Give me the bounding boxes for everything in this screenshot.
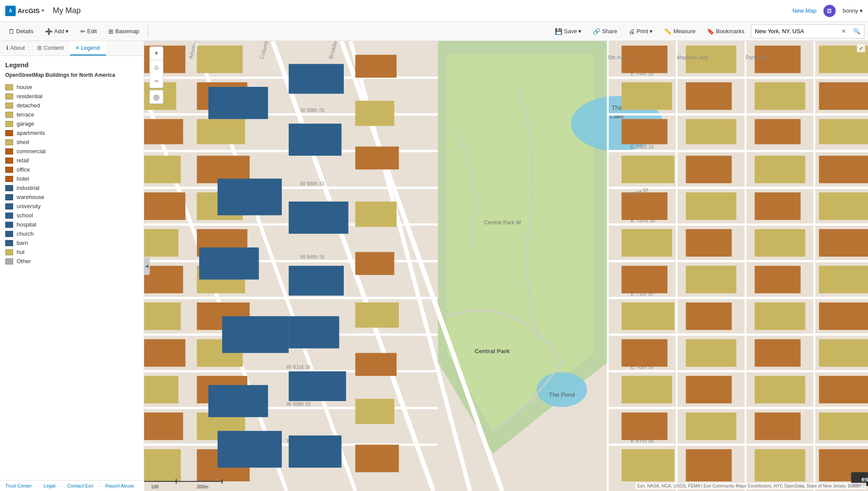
legend-item-label: university xyxy=(17,203,41,209)
tab-about[interactable]: ℹ About xyxy=(0,41,31,55)
map-area[interactable]: The Lake The Pond xyxy=(144,41,868,491)
legend-swatch xyxy=(5,258,13,264)
legend-swatch xyxy=(5,112,13,118)
svg-rect-143 xyxy=(819,229,868,257)
svg-rect-133 xyxy=(755,302,806,330)
new-map-button[interactable]: New Map xyxy=(792,7,816,14)
zoom-in-button[interactable]: + xyxy=(149,46,163,60)
arcgis-logo[interactable]: A ArcGIS ▾ xyxy=(5,6,44,16)
svg-text:Central Park W: Central Park W xyxy=(484,220,522,226)
report-abuse-link[interactable]: Report Abuse xyxy=(105,483,135,488)
measure-button[interactable]: 📏 Measure xyxy=(659,24,700,38)
svg-rect-108 xyxy=(622,266,667,293)
panel-collapse-button[interactable]: ◀ xyxy=(144,258,150,275)
arcgis-dropdown-icon[interactable]: ▾ xyxy=(41,8,44,14)
legend-swatch xyxy=(5,222,13,228)
svg-rect-148 xyxy=(819,412,868,440)
zoom-out-button[interactable]: − xyxy=(149,74,163,88)
svg-rect-65 xyxy=(144,376,179,403)
svg-rect-131 xyxy=(755,229,806,257)
toolbar-divider xyxy=(148,25,148,38)
expand-map-button[interactable]: ⤢ xyxy=(857,44,865,52)
legend-item-label: office xyxy=(17,166,30,173)
legend-swatch xyxy=(5,185,13,191)
save-icon: 💾 xyxy=(555,28,562,35)
about-tab-label: About xyxy=(10,45,25,51)
svg-text:The Pond: The Pond xyxy=(549,391,575,398)
list-item: hospital xyxy=(5,220,138,229)
svg-rect-124 xyxy=(686,412,737,440)
legend-item-label: terrace xyxy=(17,111,34,118)
basemap-icon: ⊞ xyxy=(108,28,114,35)
list-item: garage xyxy=(5,119,138,128)
basemap-button[interactable]: ⊞ Basemap xyxy=(104,24,144,38)
save-button[interactable]: 💾 Save ▾ xyxy=(550,24,586,38)
tab-content[interactable]: ⊞ Content xyxy=(31,41,70,55)
edit-button[interactable]: ✏ Edit xyxy=(76,24,102,38)
print-label: Print ▾ xyxy=(636,28,653,34)
svg-rect-120 xyxy=(686,266,737,293)
measure-icon: 📏 xyxy=(664,28,671,35)
legend-swatch xyxy=(5,130,13,136)
print-button[interactable]: 🖨 Print ▾ xyxy=(624,24,657,38)
svg-rect-83 xyxy=(222,316,288,353)
add-button[interactable]: ➕ Add ▾ xyxy=(40,24,74,38)
svg-text:5th Ave: 5th Ave xyxy=(608,55,626,61)
svg-rect-127 xyxy=(755,82,806,110)
list-item: apartments xyxy=(5,128,138,137)
username[interactable]: bonny ▾ xyxy=(843,7,863,14)
legend-item-label: hotel xyxy=(17,175,29,182)
svg-rect-117 xyxy=(686,156,732,183)
legend-item-label: industrial xyxy=(17,185,39,191)
svg-rect-60 xyxy=(144,192,185,220)
legend-swatch xyxy=(5,203,13,209)
bookmarks-button[interactable]: 🔖 Bookmarks xyxy=(702,24,749,38)
svg-rect-87 xyxy=(289,124,342,156)
svg-rect-80 xyxy=(208,87,268,119)
legend-swatch xyxy=(5,176,13,182)
svg-rect-147 xyxy=(819,376,868,403)
locate-button[interactable]: ◎ xyxy=(149,90,163,104)
content-tab-icon: ⊞ xyxy=(37,45,42,51)
svg-rect-109 xyxy=(622,302,674,330)
svg-rect-116 xyxy=(686,119,737,144)
legend-item-label: barn xyxy=(17,240,28,246)
svg-rect-125 xyxy=(686,449,732,481)
svg-rect-98 xyxy=(355,302,399,328)
svg-rect-139 xyxy=(819,82,868,110)
svg-text:W 66th St: W 66th St xyxy=(300,181,325,187)
legal-link[interactable]: Legal xyxy=(44,483,55,488)
legend-panel: Legend OpenStreetMap Buildings for North… xyxy=(0,56,144,491)
search-input[interactable] xyxy=(751,28,838,34)
details-button[interactable]: 🗒 Details xyxy=(3,24,38,38)
svg-rect-102 xyxy=(622,46,667,73)
legend-tab-label: Legend xyxy=(81,45,100,51)
svg-rect-61 xyxy=(144,229,179,257)
svg-rect-94 xyxy=(355,101,394,126)
svg-text:W 64th St: W 64th St xyxy=(300,254,325,260)
svg-text:100: 100 xyxy=(151,484,159,489)
list-item: retail xyxy=(5,156,138,165)
list-item: hotel xyxy=(5,174,138,183)
svg-rect-128 xyxy=(755,119,801,144)
about-tab-icon: ℹ xyxy=(6,45,8,51)
svg-rect-113 xyxy=(622,449,674,481)
svg-rect-112 xyxy=(622,412,667,440)
trust-center-link[interactable]: Trust Center xyxy=(5,483,32,488)
svg-rect-119 xyxy=(686,229,732,257)
search-submit-button[interactable]: 🔍 xyxy=(850,28,864,34)
home-button[interactable]: ⌂ xyxy=(149,60,163,74)
list-item: house xyxy=(5,82,138,92)
search-clear-button[interactable]: ✕ xyxy=(838,28,850,34)
user-avatar: 🖼 xyxy=(823,5,836,17)
legend-item-label: garage xyxy=(17,120,34,127)
svg-text:W 68th St: W 68th St xyxy=(300,107,325,113)
toolbar-right: 💾 Save ▾ 🔗 Share 🖨 Print ▾ 📏 Measure 🔖 B… xyxy=(550,24,865,38)
svg-rect-110 xyxy=(622,339,667,367)
svg-rect-103 xyxy=(622,82,672,110)
share-button[interactable]: 🔗 Share xyxy=(588,24,622,38)
tab-legend[interactable]: ≡ Legend xyxy=(70,41,106,55)
contact-esri-link[interactable]: Contact Esri xyxy=(67,483,93,488)
legend-swatch xyxy=(5,240,13,246)
main-layout: ℹ About ⊞ Content ≡ Legend ◀ Legend Open… xyxy=(0,41,868,491)
